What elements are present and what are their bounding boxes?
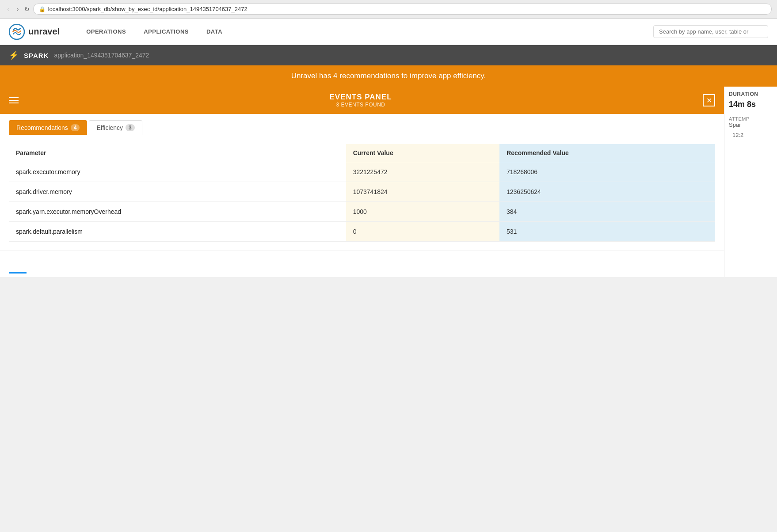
- cell-parameter-3: spark.default.parallelism: [9, 222, 346, 242]
- cell-parameter-1: spark.driver.memory: [9, 182, 346, 202]
- cell-parameter-2: spark.yarn.executor.memoryOverhead: [9, 202, 346, 222]
- hamburger-line-3: [9, 103, 19, 103]
- spark-label: SPARK: [24, 52, 49, 59]
- right-column: DURATION 14m 8s Attemp Spar 12:2: [724, 87, 777, 277]
- app-header: unravel OPERATIONS APPLICATIONS DATA: [0, 19, 777, 45]
- cell-current-2: 1000: [346, 202, 499, 222]
- nav-operations[interactable]: OPERATIONS: [77, 19, 135, 45]
- tab-recommendations-label: Recommendations: [16, 124, 68, 131]
- cell-recommended-3: 531: [499, 222, 715, 242]
- recommendations-table: Parameter Current Value Recommended Valu…: [9, 144, 715, 242]
- tab-recommendations[interactable]: Recommendations 4: [9, 120, 87, 135]
- events-panel-title-container: EVENTS PANEL 3 EVENTS FOUND: [329, 93, 392, 108]
- logo-container: unravel: [9, 24, 60, 40]
- events-panel-header: EVENTS PANEL 3 EVENTS FOUND ✕: [0, 87, 724, 114]
- bottom-scroll-area: [0, 251, 724, 277]
- nav-applications[interactable]: APPLICATIONS: [135, 19, 198, 45]
- recommendation-banner: Unravel has 4 recommendations to improve…: [0, 65, 777, 87]
- nav-data[interactable]: DATA: [198, 19, 231, 45]
- recommendation-text: Unravel has 4 recommendations to improve…: [291, 72, 486, 80]
- duration-value: 14m 8s: [729, 100, 773, 109]
- url-text: localhost:3000/spark_db/show_by_exec_id/…: [48, 6, 248, 12]
- unravel-logo-icon: [9, 24, 25, 40]
- tab-recommendations-badge: 4: [71, 124, 80, 131]
- main-nav: OPERATIONS APPLICATIONS DATA: [77, 19, 653, 45]
- tabs-container: Recommendations 4 Efficiency 3: [0, 114, 724, 135]
- table-row: spark.driver.memory 1073741824 123625062…: [9, 182, 715, 202]
- scroll-indicator: [9, 272, 27, 274]
- recommendations-table-container: Parameter Current Value Recommended Valu…: [0, 135, 724, 251]
- logo-text: unravel: [28, 27, 60, 37]
- events-panel-close-button[interactable]: ✕: [703, 94, 715, 106]
- main-content-area: EVENTS PANEL 3 EVENTS FOUND ✕ Recommenda…: [0, 87, 777, 277]
- cell-recommended-1: 1236250624: [499, 182, 715, 202]
- header-search-input[interactable]: [653, 25, 768, 38]
- col-header-current-value: Current Value: [346, 144, 499, 162]
- table-header-row: Parameter Current Value Recommended Valu…: [9, 144, 715, 162]
- spark-bolt-icon: ⚡: [9, 50, 19, 60]
- back-button[interactable]: ‹: [5, 4, 11, 14]
- cell-current-1: 1073741824: [346, 182, 499, 202]
- table-row: spark.executor.memory 3221225472 7182680…: [9, 162, 715, 182]
- spark-app-id: application_1494351704637_2472: [54, 52, 149, 59]
- spark-bar: ⚡ SPARK application_1494351704637_2472: [0, 45, 777, 65]
- panel-content: EVENTS PANEL 3 EVENTS FOUND ✕ Recommenda…: [0, 87, 724, 277]
- tab-efficiency-label: Efficiency: [96, 124, 123, 131]
- table-row: spark.default.parallelism 0 531: [9, 222, 715, 242]
- forward-button[interactable]: ›: [15, 4, 20, 14]
- hamburger-line-2: [9, 100, 19, 101]
- hamburger-menu-button[interactable]: [9, 97, 19, 103]
- cell-recommended-0: 718268006: [499, 162, 715, 182]
- lock-icon: 🔒: [39, 6, 46, 12]
- events-panel-title: EVENTS PANEL: [329, 93, 392, 102]
- hamburger-line-1: [9, 97, 19, 98]
- attempt-value: Spar: [729, 122, 773, 128]
- col-header-parameter: Parameter: [9, 144, 346, 162]
- attempt-label: Attemp: [729, 116, 773, 122]
- tab-efficiency[interactable]: Efficiency 3: [89, 120, 142, 135]
- url-bar[interactable]: 🔒 localhost:3000/spark_db/show_by_exec_i…: [33, 4, 772, 15]
- events-panel-subtitle: 3 EVENTS FOUND: [329, 102, 392, 108]
- col-header-recommended-value: Recommended Value: [499, 144, 715, 162]
- cell-current-0: 3221225472: [346, 162, 499, 182]
- table-row: spark.yarn.executor.memoryOverhead 1000 …: [9, 202, 715, 222]
- cell-current-3: 0: [346, 222, 499, 242]
- cell-recommended-2: 384: [499, 202, 715, 222]
- refresh-button[interactable]: ↻: [24, 6, 30, 13]
- browser-chrome: ‹ › ↻ 🔒 localhost:3000/spark_db/show_by_…: [0, 0, 777, 19]
- right-timestamp: 12:2: [729, 128, 773, 142]
- duration-label: DURATION: [729, 91, 773, 97]
- cell-parameter-0: spark.executor.memory: [9, 162, 346, 182]
- tab-efficiency-badge: 3: [126, 124, 135, 131]
